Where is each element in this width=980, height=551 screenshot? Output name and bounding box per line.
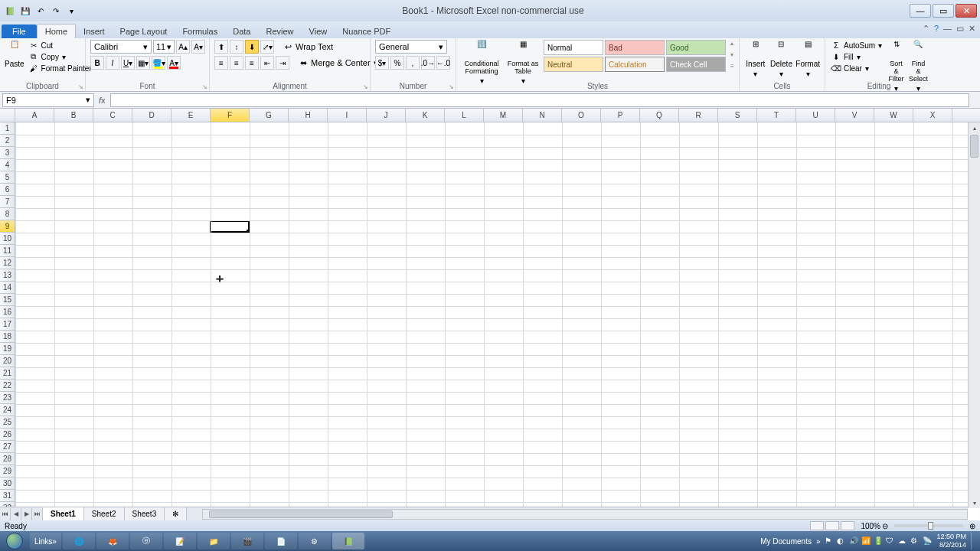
sheet-tab-1[interactable]: Sheet1 [43, 507, 84, 521]
column-header[interactable]: B [54, 109, 93, 122]
row-header[interactable]: 21 [0, 367, 15, 380]
align-bottom-button[interactable]: ⬇ [245, 40, 259, 54]
column-header[interactable]: X [913, 109, 952, 122]
row-header[interactable]: 19 [0, 343, 15, 355]
column-header[interactable]: E [172, 109, 211, 122]
align-middle-button[interactable]: ↕ [230, 40, 243, 54]
insert-cells-button[interactable]: ⊞ Insert▾ [744, 40, 767, 78]
column-header[interactable]: W [874, 109, 913, 122]
excel-icon[interactable]: 📗 [3, 4, 17, 18]
page-layout-view-button[interactable] [825, 521, 839, 530]
font-launcher-icon[interactable]: ↘ [202, 83, 207, 90]
column-header[interactable]: R [679, 109, 718, 122]
increase-font-button[interactable]: A▴ [176, 40, 190, 54]
taskbar-explorer[interactable]: 📁 [198, 533, 230, 549]
tab-file[interactable]: File [2, 24, 37, 38]
row-header[interactable]: 22 [0, 380, 15, 392]
tab-nuance-pdf[interactable]: Nuance PDF [335, 24, 398, 38]
tray-icon[interactable]: 🔊 [849, 536, 858, 546]
column-header[interactable]: L [445, 109, 484, 122]
font-color-button[interactable]: A▾ [167, 56, 181, 70]
wrap-text-button[interactable]: ↩Wrap Text [282, 41, 335, 52]
row-header[interactable]: 2 [0, 135, 15, 147]
page-break-view-button[interactable] [841, 521, 854, 530]
scroll-up-icon[interactable]: ▴ [969, 122, 980, 133]
row-header[interactable]: 13 [0, 269, 15, 282]
merge-center-button[interactable]: ⬌Merge & Center ▾ [297, 57, 380, 69]
active-cell[interactable] [210, 220, 250, 233]
redo-icon[interactable]: ↷ [49, 4, 63, 18]
column-header[interactable]: T [757, 109, 796, 122]
minimize-ribbon-icon[interactable]: ⌃ [923, 24, 929, 34]
column-header[interactable]: U [796, 109, 835, 122]
undo-icon[interactable]: ↶ [34, 4, 47, 18]
style-calculation[interactable]: Calculation [605, 57, 665, 72]
style-check-cell[interactable]: Check Cell [666, 57, 726, 72]
help-icon[interactable]: ? [934, 24, 939, 34]
column-header[interactable]: C [93, 109, 132, 122]
column-header[interactable]: J [367, 109, 406, 122]
row-header[interactable]: 18 [0, 331, 15, 343]
row-header[interactable]: 24 [0, 404, 15, 416]
taskbar-notes[interactable]: 📝 [164, 533, 196, 549]
row-header[interactable]: 1 [0, 122, 15, 135]
tab-view[interactable]: View [302, 24, 335, 38]
tab-insert[interactable]: Insert [76, 24, 113, 38]
taskbar-app2[interactable]: 📄 [265, 533, 297, 549]
fill-button[interactable]: ⬇Fill ▾ [830, 51, 884, 62]
alignment-launcher-icon[interactable]: ↘ [363, 83, 368, 90]
tray-icon[interactable]: 📡 [923, 536, 932, 546]
clipboard-launcher-icon[interactable]: ↘ [78, 83, 83, 90]
style-normal[interactable]: Normal [544, 40, 603, 55]
row-header[interactable]: 3 [0, 147, 15, 159]
tab-review[interactable]: Review [258, 24, 301, 38]
fill-color-button[interactable]: 🪣▾ [152, 56, 165, 70]
column-header[interactable]: V [835, 109, 874, 122]
style-neutral[interactable]: Neutral [544, 57, 603, 72]
column-header[interactable]: P [601, 109, 640, 122]
column-header[interactable]: O [562, 109, 601, 122]
number-launcher-icon[interactable]: ↘ [449, 83, 454, 90]
formula-bar[interactable] [110, 93, 969, 107]
row-header[interactable]: 11 [0, 245, 15, 257]
row-header[interactable]: 31 [0, 490, 15, 502]
tray-icon[interactable]: 🛡 [886, 536, 895, 546]
copy-button[interactable]: ⧉Copy ▾ [28, 51, 93, 62]
tray-icon[interactable]: ☁ [898, 536, 907, 546]
taskbar-app3[interactable]: ⚙ [299, 533, 331, 549]
column-header[interactable]: D [132, 109, 172, 122]
zoom-level[interactable]: 100% [861, 522, 880, 530]
underline-button[interactable]: U▾ [121, 56, 135, 70]
prev-sheet-icon[interactable]: ◀ [11, 508, 21, 520]
doc-minimize-icon[interactable]: — [943, 24, 952, 34]
doc-restore-icon[interactable]: ▭ [956, 24, 964, 34]
tab-formulas[interactable]: Formulas [175, 24, 225, 38]
format-cells-button[interactable]: ▤ Format▾ [795, 40, 820, 78]
row-header[interactable]: 15 [0, 294, 15, 306]
scroll-down-icon[interactable]: ▾ [969, 497, 980, 508]
row-header[interactable]: 12 [0, 257, 15, 269]
tray-icon[interactable]: ⚑ [825, 536, 834, 546]
column-header[interactable]: M [484, 109, 523, 122]
first-sheet-icon[interactable]: ⏮ [0, 508, 11, 520]
doc-close-icon[interactable]: ✕ [969, 24, 975, 34]
row-header[interactable]: 6 [0, 184, 15, 196]
maximize-button[interactable]: ▭ [933, 4, 954, 18]
row-header[interactable]: 16 [0, 306, 15, 318]
tray-expand-icon[interactable]: » [816, 537, 821, 546]
tab-data[interactable]: Data [225, 24, 258, 38]
vscroll-thumb[interactable] [970, 135, 978, 158]
orientation-button[interactable]: ⤢▾ [260, 40, 274, 54]
row-header[interactable]: 4 [0, 159, 15, 171]
column-header[interactable]: G [250, 109, 289, 122]
save-icon[interactable]: 💾 [18, 4, 32, 18]
close-button[interactable]: ✕ [956, 4, 977, 18]
decrease-indent-button[interactable]: ⇤ [260, 56, 274, 70]
delete-cells-button[interactable]: ⊟ Delete▾ [770, 40, 793, 78]
fx-icon[interactable]: fx [99, 96, 106, 105]
row-header[interactable]: 27 [0, 441, 15, 453]
paste-button[interactable]: 📋 Paste [5, 40, 24, 68]
row-header[interactable]: 10 [0, 233, 15, 245]
row-header[interactable]: 8 [0, 208, 15, 220]
column-header[interactable]: N [523, 109, 562, 122]
